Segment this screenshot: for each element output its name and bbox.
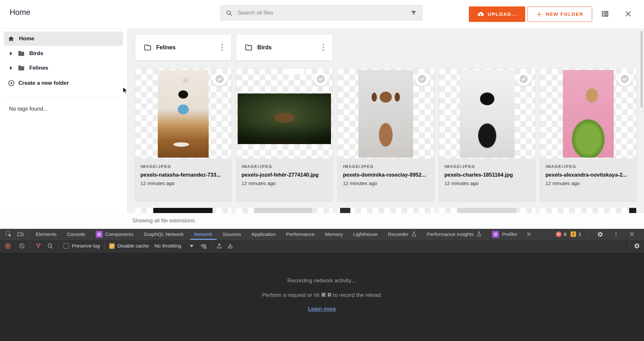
- clear-icon[interactable]: [19, 243, 25, 249]
- kebab-menu-icon[interactable]: [220, 43, 224, 52]
- sidebar-birds-label: Birds: [29, 50, 43, 57]
- divider: [588, 231, 588, 238]
- file-type: IMAGE/JPEG: [242, 164, 327, 169]
- file-name: pexels-alexandra-novitskaya-2...: [545, 172, 631, 178]
- upload-button-label: UPLOAD...: [488, 12, 517, 17]
- kebab-menu-icon[interactable]: [610, 229, 622, 240]
- vertical-scrollbar[interactable]: [640, 31, 643, 108]
- dog-photo: [563, 70, 614, 158]
- devtools-panel: Elements Console Components GraphQL Netw…: [0, 229, 644, 341]
- file-card-partial[interactable]: [439, 208, 535, 213]
- network-toolbar: Preserve log Disable cache No throttling: [0, 240, 644, 252]
- tab-recorder[interactable]: Recorder: [383, 229, 422, 240]
- new-folder-button-label: NEW FOLDER: [546, 12, 583, 17]
- create-folder-button[interactable]: Create a new folder: [8, 77, 69, 89]
- network-settings-gear-icon[interactable]: [634, 243, 640, 249]
- record-icon[interactable]: [5, 243, 11, 249]
- tab-label: Elements: [36, 231, 57, 237]
- tab-performance[interactable]: Performance: [281, 229, 320, 240]
- export-har-icon[interactable]: [227, 243, 233, 249]
- tab-label: Profiler: [502, 231, 517, 237]
- warning-count-badge[interactable]: ! 1: [571, 231, 581, 237]
- search-icon[interactable]: [47, 243, 53, 249]
- device-toolbar-icon[interactable]: [14, 229, 26, 240]
- tab-application[interactable]: Application: [246, 229, 281, 240]
- list-view-icon[interactable]: [601, 10, 609, 18]
- sidebar-item-birds[interactable]: Birds: [0, 48, 127, 59]
- file-card[interactable]: IMAGE/JPEG pexels-charles-1851164.jpg 12…: [439, 69, 535, 201]
- select-check-badge[interactable]: [415, 72, 429, 86]
- preserve-log-checkbox[interactable]: [63, 243, 69, 249]
- disable-cache-checkbox[interactable]: [109, 243, 115, 249]
- kebab-menu-icon[interactable]: [321, 43, 326, 52]
- file-card-partial[interactable]: [338, 208, 434, 213]
- tab-components[interactable]: Components: [90, 229, 139, 240]
- select-check-badge[interactable]: [213, 72, 227, 86]
- file-card[interactable]: IMAGE/JPEG pexels-alexandra-novitskaya-2…: [540, 69, 636, 201]
- throttling-select[interactable]: No throttling: [154, 243, 194, 249]
- file-card[interactable]: IMAGE/JPEG pexels-dominika-roseclay-8952…: [338, 69, 434, 201]
- learn-more-link[interactable]: Learn more: [308, 306, 336, 312]
- tab-lighthouse[interactable]: Lighthouse: [348, 229, 383, 240]
- file-time: 12 minutes ago: [140, 180, 226, 186]
- sidebar-item-felines[interactable]: Felines: [0, 62, 127, 74]
- folder-card-label: Felines: [156, 44, 175, 51]
- disable-cache-label[interactable]: Disable cache: [118, 243, 149, 249]
- close-devtools-icon[interactable]: [626, 229, 638, 240]
- folder-card-label: Birds: [257, 44, 272, 51]
- file-card-partial[interactable]: [135, 208, 231, 213]
- create-folder-label: Create a new folder: [18, 80, 69, 86]
- folder-card-birds[interactable]: Birds: [236, 34, 332, 60]
- tab-performance-insights[interactable]: Performance insights: [422, 229, 487, 240]
- tab-console[interactable]: Console: [62, 229, 90, 240]
- tab-network[interactable]: Network: [189, 229, 218, 240]
- file-time: 12 minutes ago: [444, 180, 530, 186]
- tab-profiler[interactable]: Profiler: [487, 229, 523, 240]
- sidebar-item-home[interactable]: Home: [4, 32, 123, 46]
- cloud-upload-icon: [477, 11, 484, 18]
- tab-label: Console: [67, 231, 85, 237]
- tab-sources[interactable]: Sources: [218, 229, 246, 240]
- search-input[interactable]: [237, 9, 406, 16]
- file-card-partial[interactable]: [236, 208, 332, 213]
- chevron-right-icon[interactable]: [10, 66, 12, 70]
- inspect-element-icon[interactable]: [3, 229, 14, 240]
- status-bar: Showing all file extensions.: [0, 213, 644, 229]
- error-count-badge[interactable]: 6: [556, 231, 567, 237]
- chevron-down-icon: [190, 245, 194, 247]
- chevron-right-icon[interactable]: [10, 52, 12, 55]
- select-check-badge[interactable]: [618, 72, 632, 86]
- file-thumbnail: [439, 69, 535, 159]
- network-conditions-icon[interactable]: [200, 242, 207, 250]
- tab-label: Memory: [325, 231, 343, 237]
- search-bar[interactable]: [220, 5, 423, 21]
- close-icon[interactable]: [624, 10, 632, 18]
- status-text: Showing all file extensions.: [132, 218, 196, 224]
- file-card-partial[interactable]: [540, 208, 636, 213]
- file-type: IMAGE/JPEG: [444, 164, 530, 169]
- new-folder-button[interactable]: NEW FOLDER: [527, 6, 592, 22]
- folder-card-felines[interactable]: Felines: [135, 34, 231, 60]
- tab-label: Sources: [223, 231, 241, 237]
- more-tabs-icon[interactable]: [523, 229, 534, 240]
- settings-gear-icon[interactable]: [594, 229, 606, 240]
- tab-label: Lighthouse: [353, 231, 378, 237]
- file-card[interactable]: IMAGE/JPEG pexels-natasha-fernandez-733.…: [135, 69, 231, 201]
- tab-memory[interactable]: Memory: [320, 229, 348, 240]
- select-check-badge[interactable]: [516, 72, 531, 86]
- react-icon: [492, 231, 499, 238]
- upload-button[interactable]: UPLOAD...: [469, 6, 525, 22]
- devtools-tabbar-right: 6 ! 1: [556, 229, 638, 240]
- error-icon: [556, 231, 562, 237]
- file-name: pexels-charles-1851164.jpg: [444, 172, 530, 178]
- select-check-badge[interactable]: [314, 72, 328, 86]
- folder-outline-icon: [144, 44, 152, 52]
- file-card[interactable]: IMAGE/JPEG pexels-jozef-fehér-2774140.jp…: [236, 69, 332, 201]
- tab-label: GraphQL Network: [144, 231, 184, 237]
- preserve-log-label[interactable]: Preserve log: [72, 243, 100, 249]
- filter-icon[interactable]: [410, 10, 417, 16]
- import-har-icon[interactable]: [216, 243, 223, 249]
- tab-graphql-network[interactable]: GraphQL Network: [138, 229, 189, 240]
- tab-elements[interactable]: Elements: [31, 229, 62, 240]
- filter-icon[interactable]: [35, 243, 42, 249]
